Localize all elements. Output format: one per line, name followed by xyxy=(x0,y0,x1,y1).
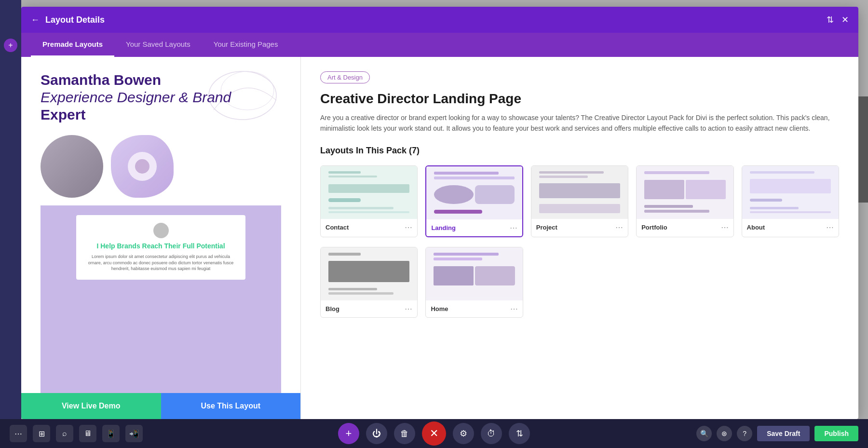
layout-card-menu-landing[interactable]: ⋯ xyxy=(510,223,517,232)
preview-title-line1: Samantha Bowen xyxy=(41,72,161,88)
preview-image-area: Samantha Bowen Experience Designer & Bra… xyxy=(21,57,300,393)
grid-view-button[interactable]: ⊞ xyxy=(33,425,50,442)
layout-card-footer-blog: Blog ⋯ xyxy=(321,300,417,317)
preview-panel: Samantha Bowen Experience Designer & Bra… xyxy=(21,57,301,419)
history-button[interactable]: ⏱ xyxy=(481,423,502,444)
preview-section2: I Help Brands Reach Their Full Potential… xyxy=(41,205,281,393)
layout-card-menu-contact[interactable]: ⋯ xyxy=(405,223,412,232)
view-live-demo-button[interactable]: View Live Demo xyxy=(21,393,161,419)
layout-card-menu-about[interactable]: ⋯ xyxy=(826,223,834,232)
left-sidebar: + xyxy=(0,0,21,448)
layout-thumb-contact xyxy=(321,166,417,219)
layout-card-menu-blog[interactable]: ⋯ xyxy=(405,304,412,313)
layout-card-contact[interactable]: Contact ⋯ xyxy=(320,165,418,237)
help-button[interactable]: ? xyxy=(737,426,752,441)
category-badge: Art & Design xyxy=(320,71,370,83)
gray-panel-right xyxy=(858,96,868,203)
tab-premade[interactable]: Premade Layouts xyxy=(31,33,114,57)
toolbar-left: ⋯ ⊞ ⌕ 🖥 📱 📲 xyxy=(10,425,143,442)
layout-card-menu-home[interactable]: ⋯ xyxy=(510,304,518,313)
layout-card-footer-project: Project ⋯ xyxy=(531,219,628,236)
details-panel: Art & Design Creative Director Landing P… xyxy=(301,57,858,419)
modal-title: Layout Details xyxy=(45,15,827,25)
layout-card-footer-portfolio: Portfolio ⋯ xyxy=(637,219,733,236)
preview-inner-card: I Help Brands Reach Their Full Potential… xyxy=(76,215,245,280)
preview-blob-img xyxy=(111,135,174,198)
layout-card-portfolio[interactable]: Portfolio ⋯ xyxy=(636,165,733,237)
tab-saved[interactable]: Your Saved Layouts xyxy=(114,33,202,57)
toolbar-center: + ⏻ 🗑 ✕ ⚙ ⏱ ⇅ xyxy=(338,421,530,446)
bottom-toolbar: ⋯ ⊞ ⌕ 🖥 📱 📲 + ⏻ 🗑 ✕ ⚙ ⏱ ⇅ 🔍 ⊛ ? Save Dra… xyxy=(0,419,868,448)
toolbar-right: 🔍 ⊛ ? Save Draft Publish xyxy=(696,426,858,441)
layouts-heading: Layouts In This Pack (7) xyxy=(320,146,839,156)
tablet-view-button[interactable]: 📱 xyxy=(102,425,120,442)
network-button[interactable]: ⊛ xyxy=(717,426,732,441)
layout-card-footer-about: About ⋯ xyxy=(742,219,839,236)
layout-card-name-about: About xyxy=(747,224,765,231)
tab-existing[interactable]: Your Existing Pages xyxy=(202,33,290,57)
layout-thumb-blog xyxy=(321,247,417,300)
layout-card-menu-portfolio[interactable]: ⋯ xyxy=(721,223,729,232)
layout-thumb-landing xyxy=(426,166,522,219)
layout-card-name-home: Home xyxy=(431,305,448,312)
layouts-grid-row1: Contact ⋯ xyxy=(320,165,839,237)
layout-card-footer-contact: Contact ⋯ xyxy=(321,219,417,236)
dots-menu-button[interactable]: ⋯ xyxy=(10,425,27,442)
preview-title-expert: Expert xyxy=(41,107,85,122)
modal-body: Samantha Bowen Experience Designer & Bra… xyxy=(21,57,858,419)
phone-view-button[interactable]: 📲 xyxy=(125,425,143,442)
power-button[interactable]: ⏻ xyxy=(366,423,387,444)
layout-card-name-landing: Landing xyxy=(431,224,456,231)
header-icons: ⇅ ✕ xyxy=(827,14,849,25)
modal-header: ← Layout Details ⇅ ✕ xyxy=(21,7,858,33)
use-this-layout-button[interactable]: Use This Layout xyxy=(161,393,301,419)
layouts-grid-row2: Blog ⋯ xyxy=(320,247,839,318)
layout-card-name-portfolio: Portfolio xyxy=(641,224,667,231)
trash-button[interactable]: 🗑 xyxy=(394,423,415,444)
pack-title: Creative Director Landing Page xyxy=(320,91,839,107)
layout-card-project[interactable]: Project ⋯ xyxy=(531,165,628,237)
settings-button[interactable]: ⚙ xyxy=(453,423,474,444)
search-right-button[interactable]: 🔍 xyxy=(696,426,712,441)
preview-circle-img1 xyxy=(41,135,103,198)
layout-card-menu-project[interactable]: ⋯ xyxy=(615,223,623,232)
layout-card-home[interactable]: Home ⋯ xyxy=(425,247,523,318)
layout-card-footer-home: Home ⋯ xyxy=(426,300,522,317)
layout-details-modal: ← Layout Details ⇅ ✕ Premade Layouts You… xyxy=(21,7,858,419)
preview-images-row xyxy=(41,135,281,198)
preview-card: Samantha Bowen Experience Designer & Bra… xyxy=(21,57,300,393)
close-icon[interactable]: ✕ xyxy=(841,14,849,25)
layout-card-about[interactable]: About ⋯ xyxy=(742,165,839,237)
layout-thumb-about xyxy=(742,166,839,219)
close-editor-button[interactable]: ✕ xyxy=(422,421,446,446)
save-draft-button[interactable]: Save Draft xyxy=(757,426,810,441)
search-toolbar-button[interactable]: ⌕ xyxy=(56,425,73,442)
layout-card-name-project: Project xyxy=(536,224,557,231)
preview-title: Samantha Bowen Experience Designer & Bra… xyxy=(41,71,281,123)
layout-card-name-contact: Contact xyxy=(326,224,349,231)
preview-actions: View Live Demo Use This Layout xyxy=(21,393,300,419)
sort-icon[interactable]: ⇅ xyxy=(827,14,834,25)
preview-avatar xyxy=(153,223,169,238)
layout-thumb-home xyxy=(426,247,522,300)
back-button[interactable]: ← xyxy=(31,15,40,25)
layout-card-landing[interactable]: Landing ⋯ xyxy=(425,165,523,237)
layout-card-footer-landing: Landing ⋯ xyxy=(426,219,522,236)
preview-inner-text: Lorem ipsum dolor sit amet consectetur a… xyxy=(86,254,236,272)
layout-thumb-project xyxy=(531,166,628,219)
add-button[interactable]: + xyxy=(4,39,17,52)
monitor-view-button[interactable]: 🖥 xyxy=(79,425,96,442)
layers-button[interactable]: ⇅ xyxy=(509,423,530,444)
publish-button[interactable]: Publish xyxy=(814,426,858,441)
layout-card-name-blog: Blog xyxy=(326,305,339,312)
pack-description: Are you a creative director or brand exp… xyxy=(320,112,839,134)
preview-inner-title: I Help Brands Reach Their Full Potential xyxy=(96,242,225,250)
add-element-button[interactable]: + xyxy=(338,423,359,444)
preview-title-italic: Experience Designer & Brand xyxy=(41,89,231,105)
layout-card-blog[interactable]: Blog ⋯ xyxy=(320,247,418,318)
tab-bar: Premade Layouts Your Saved Layouts Your … xyxy=(21,33,858,57)
layout-thumb-portfolio xyxy=(637,166,733,219)
